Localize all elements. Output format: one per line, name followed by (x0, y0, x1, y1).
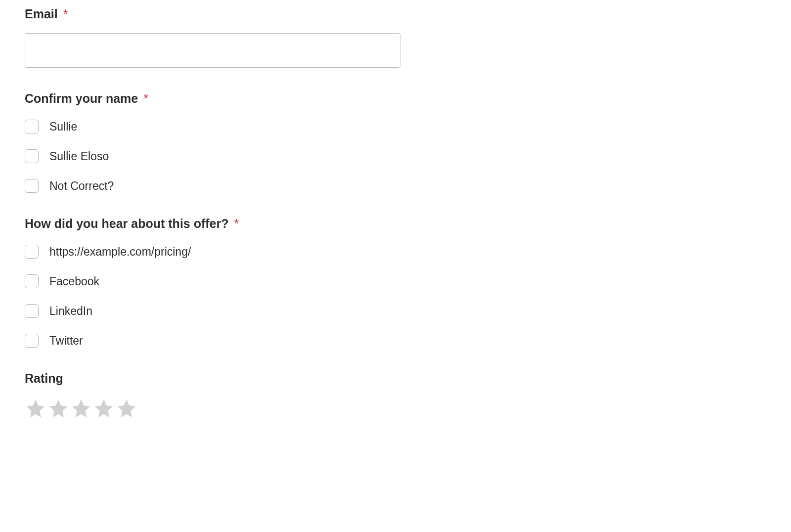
rating-field-wrapper: Rating (25, 371, 766, 419)
hear-about-option-label[interactable]: https://example.com/pricing/ (49, 245, 191, 259)
rating-label: Rating (25, 371, 766, 386)
confirm-name-label-text: Confirm your name (25, 91, 138, 105)
confirm-name-checkbox-2[interactable] (25, 179, 39, 193)
required-marker: * (143, 91, 148, 105)
confirm-name-option-label[interactable]: Sullie Eloso (49, 150, 109, 163)
hear-about-label-text: How did you hear about this offer? (25, 217, 229, 230)
hear-about-checkbox-3[interactable] (25, 334, 39, 348)
hear-about-option-label[interactable]: Twitter (49, 334, 83, 348)
confirm-name-checkbox-0[interactable] (25, 120, 39, 133)
hear-about-label: How did you hear about this offer? * (25, 217, 766, 231)
confirm-name-field-wrapper: Confirm your name * Sullie Sullie Eloso … (25, 91, 766, 193)
confirm-name-option: Not Correct? (25, 179, 766, 193)
confirm-name-options: Sullie Sullie Eloso Not Correct? (25, 120, 766, 193)
hear-about-option: https://example.com/pricing/ (25, 245, 766, 259)
email-label-text: Email (25, 7, 58, 21)
confirm-name-option-label[interactable]: Not Correct? (49, 179, 114, 193)
star-icon[interactable] (25, 398, 46, 419)
hear-about-option: LinkedIn (25, 304, 766, 318)
hear-about-option: Facebook (25, 274, 766, 288)
hear-about-checkbox-0[interactable] (25, 245, 39, 259)
email-input[interactable] (25, 33, 400, 68)
required-marker: * (234, 217, 239, 230)
star-icon[interactable] (116, 398, 137, 419)
star-icon[interactable] (47, 398, 69, 419)
hear-about-options: https://example.com/pricing/ Facebook Li… (25, 245, 766, 348)
hear-about-field-wrapper: How did you hear about this offer? * htt… (25, 217, 766, 348)
email-label: Email * (25, 7, 766, 21)
confirm-name-option: Sullie Eloso (25, 149, 766, 163)
hear-about-option: Twitter (25, 334, 766, 348)
confirm-name-option: Sullie (25, 120, 766, 133)
confirm-name-checkbox-1[interactable] (25, 149, 39, 163)
rating-label-text: Rating (25, 371, 63, 385)
hear-about-checkbox-2[interactable] (25, 304, 39, 318)
confirm-name-option-label[interactable]: Sullie (49, 120, 77, 133)
confirm-name-label: Confirm your name * (25, 91, 766, 106)
hear-about-checkbox-1[interactable] (25, 274, 39, 288)
rating-stars (25, 398, 766, 419)
required-marker: * (63, 7, 68, 21)
hear-about-option-label[interactable]: LinkedIn (49, 305, 92, 318)
star-icon[interactable] (70, 398, 92, 419)
email-field-wrapper: Email * (25, 7, 766, 68)
star-icon[interactable] (93, 398, 115, 419)
hear-about-option-label[interactable]: Facebook (49, 275, 99, 288)
